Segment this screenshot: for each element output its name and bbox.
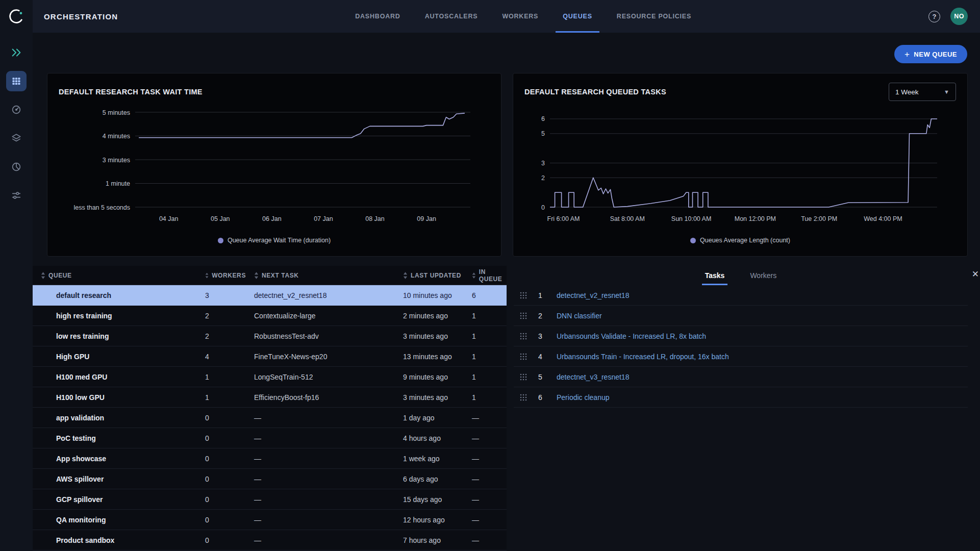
queue-name-cell: app validation <box>33 414 197 422</box>
queue-name-cell: Product sandbox <box>33 536 197 544</box>
task-link[interactable]: Urbansounds Train - Increased LR, dropou… <box>557 353 729 361</box>
svg-text:5 minutes: 5 minutes <box>103 109 130 116</box>
new-queue-label: NEW QUEUE <box>914 51 957 58</box>
queue-name-cell: H100 med GPU <box>33 373 197 381</box>
policies-icon[interactable] <box>6 185 27 206</box>
panel-tab[interactable]: Workers <box>747 266 780 285</box>
sort-icon <box>41 272 45 279</box>
table-row[interactable]: GCP spillover 0 — 15 days ago — <box>33 489 507 510</box>
workers-cell: 0 <box>197 475 246 483</box>
new-queue-button[interactable]: + NEW QUEUE <box>894 45 967 63</box>
table-row[interactable]: default research 3 detectnet_v2_resnet18… <box>33 285 507 306</box>
bottom-row: QUEUE WORKERS NEXT TASK <box>33 266 980 550</box>
actions-row: + NEW QUEUE <box>33 33 980 63</box>
queue-name-cell: High GPU <box>33 353 197 361</box>
task-link[interactable]: Urbansounds Validate - Increased LR, 8x … <box>557 332 706 340</box>
close-icon[interactable]: ✕ <box>972 269 979 280</box>
legend-label: Queue Average Wait Time (duration) <box>228 237 331 244</box>
nav-tab[interactable]: DASHBOARD <box>348 0 407 33</box>
svg-text:1 minute: 1 minute <box>106 180 130 187</box>
workers-cell: 4 <box>197 353 246 361</box>
svg-text:Sat 8:00 AM: Sat 8:00 AM <box>610 215 645 222</box>
in-queue-cell: — <box>464 414 507 422</box>
task-link[interactable]: Periodic cleanup <box>557 393 610 402</box>
table-row[interactable]: H100 low GPU 1 EfficiencyBoost-fp16 3 mi… <box>33 387 507 408</box>
queue-name-cell: default research <box>33 291 197 299</box>
nav-tab[interactable]: RESOURCE POLICIES <box>610 0 698 33</box>
drag-handle-icon[interactable] <box>520 333 527 340</box>
table-row[interactable]: AWS spillover 0 — 6 days ago — <box>33 469 507 489</box>
nav-tab-label: DASHBOARD <box>355 13 400 20</box>
launch-icon[interactable] <box>6 42 27 63</box>
legend-dot-icon <box>218 238 223 243</box>
table-row[interactable]: PoC testing 0 — 4 hours ago — <box>33 428 507 448</box>
next-task-cell: RobustnessTest-adv <box>246 332 395 340</box>
column-header-label: IN QUEUE <box>479 268 507 283</box>
app-logo[interactable] <box>0 0 33 33</box>
nav-tab-label: RESOURCE POLICIES <box>617 13 691 20</box>
nav-tab[interactable]: WORKERS <box>495 0 545 33</box>
svg-text:Tue 2:00 PM: Tue 2:00 PM <box>801 215 837 222</box>
main-content: + NEW QUEUE DEFAULT RESEARCH TASK WAIT T… <box>33 33 980 551</box>
column-header[interactable]: LAST UPDATED <box>395 272 464 279</box>
drag-handle-icon[interactable] <box>520 353 527 360</box>
task-link[interactable]: detectnet_v3_resnet18 <box>557 373 629 381</box>
column-header[interactable]: WORKERS <box>197 272 246 279</box>
panel-tab[interactable]: Tasks <box>702 266 728 285</box>
svg-text:2: 2 <box>541 174 545 182</box>
table-row[interactable]: App showcase 0 — 1 week ago — <box>33 448 507 469</box>
table-row[interactable]: H100 med GPU 1 LongSeqTrain-512 9 minute… <box>33 367 507 387</box>
nav-tab[interactable]: AUTOSCALERS <box>418 0 485 33</box>
panel-tabs: TasksWorkers <box>514 266 968 285</box>
svg-text:less than 5 seconds: less than 5 seconds <box>74 204 131 211</box>
next-task-cell: — <box>246 434 395 442</box>
panel-tab-label: Workers <box>750 271 776 280</box>
queue-name-cell: high res training <box>33 312 197 320</box>
last-updated-cell: 13 minutes ago <box>395 353 464 361</box>
legend-label: Queues Average Length (count) <box>700 237 790 244</box>
main-nav: DASHBOARDAUTOSCALERSWORKERSQUEUESRESOURC… <box>118 0 928 33</box>
last-updated-cell: 7 hours ago <box>395 536 464 544</box>
task-link[interactable]: DNN classifier <box>557 312 602 320</box>
workers-cell: 0 <box>197 516 246 524</box>
nav-tab-label: AUTOSCALERS <box>425 13 478 20</box>
table-row[interactable]: High GPU 4 FineTuneX-News-ep20 13 minute… <box>33 346 507 367</box>
wait-time-card: DEFAULT RESEARCH TASK WAIT TIME less tha… <box>47 73 501 257</box>
workers-icon[interactable] <box>6 99 27 120</box>
table-row[interactable]: app validation 0 — 1 day ago — <box>33 408 507 428</box>
queues-icon[interactable] <box>6 71 27 91</box>
task-link[interactable]: detectnet_v2_resnet18 <box>557 291 629 299</box>
clearml-logo-icon <box>7 7 26 26</box>
wait-time-card-title: DEFAULT RESEARCH TASK WAIT TIME <box>59 88 203 96</box>
layers-icon[interactable] <box>6 128 27 148</box>
task-number: 3 <box>534 332 546 340</box>
help-icon[interactable]: ? <box>928 11 940 22</box>
next-task-cell: Contextualize-large <box>246 312 395 320</box>
table-row[interactable]: high res training 2 Contextualize-large … <box>33 306 507 326</box>
in-queue-cell: — <box>464 455 507 463</box>
column-header[interactable]: QUEUE <box>33 272 197 279</box>
resources-icon[interactable] <box>6 157 27 177</box>
in-queue-cell: 1 <box>464 332 507 340</box>
drag-handle-icon[interactable] <box>520 394 527 401</box>
table-row[interactable]: Product sandbox 0 — 7 hours ago — <box>33 530 507 550</box>
column-header[interactable]: NEXT TASK <box>246 272 395 279</box>
next-task-cell: detectnet_v2_resnet18 <box>246 291 395 299</box>
drag-handle-icon[interactable] <box>520 292 527 299</box>
sort-icon <box>472 272 476 279</box>
drag-handle-icon[interactable] <box>520 373 527 381</box>
task-row: 3 Urbansounds Validate - Increased LR, 8… <box>514 326 968 346</box>
last-updated-cell: 6 days ago <box>395 475 464 483</box>
workers-cell: 0 <box>197 455 246 463</box>
drag-handle-icon[interactable] <box>520 312 527 319</box>
nav-tab[interactable]: QUEUES <box>556 0 599 33</box>
table-row[interactable]: low res training 2 RobustnessTest-adv 3 … <box>33 326 507 346</box>
time-range-select[interactable]: 1 Week ▼ <box>889 83 956 101</box>
table-row[interactable]: QA monitoring 0 — 12 hours ago — <box>33 510 507 530</box>
task-number: 6 <box>534 393 546 402</box>
avatar[interactable]: NO <box>950 8 968 25</box>
page-title: ORCHESTRATION <box>44 0 118 33</box>
column-header-label: NEXT TASK <box>262 272 299 279</box>
column-header[interactable]: IN QUEUE <box>464 268 507 283</box>
svg-text:Wed 4:00 PM: Wed 4:00 PM <box>864 215 902 222</box>
